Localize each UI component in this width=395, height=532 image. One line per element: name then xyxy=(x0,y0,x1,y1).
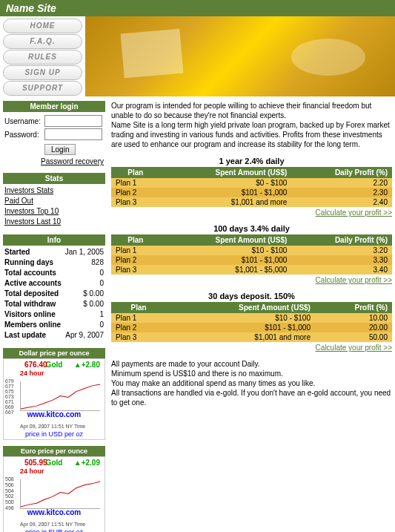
chart-date: Apr 09, 2007 11:51 NY Time xyxy=(20,522,85,527)
nav: HOME F.A.Q. RULES SIGN UP SUPPORT xyxy=(0,16,85,98)
table-row: Plan 3$1,001 and more2.40 xyxy=(111,197,392,207)
chart-eur: Euro price per ounce 24 hour Gold 505.95… xyxy=(3,446,105,532)
intro-text: Our program is intended for people willi… xyxy=(111,101,392,149)
table-row: Plan 1$0 - $1002.20 xyxy=(111,178,392,188)
plan-title: 1 year 2.4% daily xyxy=(111,157,392,165)
stats-link[interactable]: Investors Last 10 xyxy=(4,217,104,227)
login-button[interactable]: Login xyxy=(44,144,76,155)
chart-caption: price in EUR per oz xyxy=(25,528,83,532)
plan-table: PlanSpent Amount (US$)Profit (%)Plan 1$1… xyxy=(111,302,392,342)
info-panel: Info StartedJan 1, 2005Running days828To… xyxy=(3,234,105,342)
plan-title: 30 days deposit. 150% xyxy=(111,292,392,301)
calculate-profit-link[interactable]: Calculate your profit >> xyxy=(111,208,392,217)
password-input[interactable] xyxy=(44,128,102,140)
site-title: Name Site xyxy=(0,0,395,16)
info-row: Total accounts0 xyxy=(4,268,104,278)
stats-link[interactable]: Paid Out xyxy=(4,196,104,206)
table-row: Plan 1$10 - $1003.20 xyxy=(111,246,392,255)
table-row: Plan 3$1,001 and more50.00 xyxy=(111,332,392,342)
plan-title: 100 days 3.4% daily xyxy=(111,224,392,233)
chart-delta: ▲+2.09 xyxy=(74,459,100,467)
table-row: Plan 2$101 - $1,0003.30 xyxy=(111,255,392,265)
chart-caption: price in USD per oz xyxy=(25,430,83,438)
info-row: Active accounts0 xyxy=(4,278,104,289)
chart-label: 24 hour xyxy=(20,370,44,377)
password-label: Password: xyxy=(4,131,44,139)
chart-price: 676.40 xyxy=(24,361,47,369)
plan-table: PlanSpent Amount (US$)Daily Profit (%)Pl… xyxy=(111,234,392,275)
chart-date: Apr 09, 2007 11:51 NY Time xyxy=(20,424,85,429)
password-recovery-link[interactable]: Password recovery xyxy=(4,157,104,165)
stats-link[interactable]: Investors Top 10 xyxy=(4,206,104,217)
login-title: Member login xyxy=(3,101,105,112)
chart-kitco: www.kitco.com xyxy=(27,508,81,516)
nav-home[interactable]: HOME xyxy=(3,19,82,33)
info-row: Running days828 xyxy=(4,257,104,268)
info-row: Last updateApr 9, 2007 xyxy=(4,330,104,341)
chart-price: 505.95 xyxy=(24,459,47,467)
info-row: Members online0 xyxy=(4,320,104,330)
plan-table: PlanSpent Amount (US$)Daily Profit (%)Pl… xyxy=(111,167,392,207)
table-row: Plan 3$1,001 - $5,0003.40 xyxy=(111,265,392,275)
table-row: Plan 1$10 - $10010.00 xyxy=(111,313,392,323)
chart-gold-label: Gold xyxy=(46,361,63,369)
table-row: Plan 2$101 - $1,00020.00 xyxy=(111,323,392,332)
nav-rules[interactable]: RULES xyxy=(3,50,82,65)
calculate-profit-link[interactable]: Calculate your profit >> xyxy=(111,344,392,352)
table-row: Plan 2$101 - $1,0002.30 xyxy=(111,188,392,197)
login-panel: Member login Username: Password: Login P… xyxy=(3,101,105,167)
stats-title: Stats xyxy=(3,173,105,184)
payment-info: All payments are made to your account Da… xyxy=(111,359,392,407)
chart-usd: Dollar price per ounce 24 hour Gold 676.… xyxy=(3,348,105,440)
chart-delta: ▲+2.80 xyxy=(74,361,100,369)
info-row: Visitors online1 xyxy=(4,309,104,320)
info-title: Info xyxy=(3,234,105,246)
username-input[interactable] xyxy=(44,115,102,127)
chart-usd-title: Dollar price per ounce xyxy=(3,348,105,358)
calculate-profit-link[interactable]: Calculate your profit >> xyxy=(111,276,392,284)
stats-link[interactable]: Investors Stats xyxy=(4,185,104,196)
info-row: StartedJan 1, 2005 xyxy=(4,247,104,257)
chart-eur-title: Euro price per ounce xyxy=(3,446,105,456)
nav-support[interactable]: SUPPORT xyxy=(3,81,82,96)
username-label: Username: xyxy=(4,117,44,125)
chart-kitco: www.kitco.com xyxy=(27,410,81,418)
stats-panel: Stats Investors Stats Paid Out Investors… xyxy=(3,173,105,229)
nav-faq[interactable]: F.A.Q. xyxy=(3,34,82,49)
info-row: Total deposited$ 0.00 xyxy=(4,289,104,299)
chart-label: 24 hour xyxy=(20,467,44,475)
banner-image xyxy=(85,16,395,96)
nav-signup[interactable]: SIGN UP xyxy=(3,65,82,80)
chart-gold-label: Gold xyxy=(46,459,63,467)
info-row: Total withdraw$ 0.00 xyxy=(4,299,104,309)
